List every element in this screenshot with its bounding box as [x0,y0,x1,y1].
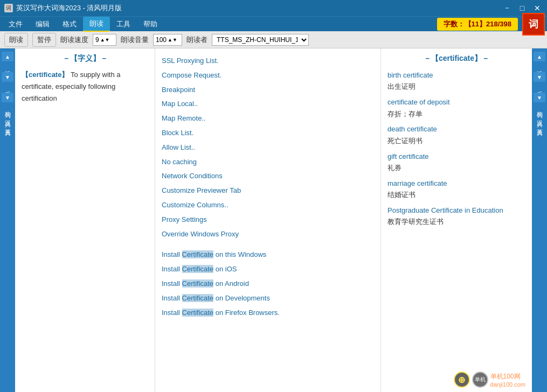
footer-site: 单机100网 [490,372,525,381]
definition-text: 【certificate】 To supply with a certifica… [22,69,148,104]
app-icon: 词 [4,4,13,12]
main-content: ▲ 近义 ▼ 反义 ▼ 构词 汉典 英典 －【字义】－ 【certificate… [0,48,547,392]
right-scroll-up[interactable]: ▲ [534,52,545,61]
certificate-highlight: Certificate [182,294,214,302]
dict-en: birth certificate [387,69,525,81]
dict-entry-birth: birth certificate 出生证明 [387,69,525,93]
install-windows-item[interactable]: Install Certificate on this Windows [162,248,374,262]
certificate-highlight: Certificate [182,265,214,273]
dict-en: certificate of deposit [387,96,525,108]
footer: ⊕ 单机 单机100网 danji100.com [454,372,525,388]
read-button[interactable]: 朗读 [4,33,28,47]
list-item[interactable]: Network Conditions [162,169,374,184]
dict-en: gift certificate [387,150,525,163]
list-item[interactable]: Customize Previewer Tab [162,184,374,198]
install-dev-item[interactable]: Install Certificate on Developments [162,291,374,306]
footer-url: danji100.com [490,381,525,388]
right-sidebar-hd[interactable]: 汉典 [536,112,544,121]
right-sidebar-jy[interactable]: 近义 [536,62,544,71]
dict-en: marriage certificate [387,177,525,190]
footer-icon: ⊕ [454,372,470,388]
left-scroll-down1[interactable]: ▼ [2,72,13,82]
definition-title: －【字义】－ [22,54,148,64]
list-item[interactable]: Breakpoint [162,83,374,97]
title-bar: 词 英汉写作大词海2023 - 清风明月版 － □ ✕ [0,0,547,16]
dict-cn: 结婚证书 [387,190,525,201]
dict-cn: 死亡证明书 [387,136,525,147]
reader-label: 朗读者 [186,35,207,45]
menu-read[interactable]: 朗读 [83,17,110,32]
word-counter: 字数：【11】218/398 [437,18,518,31]
right-scroll-down1[interactable]: ▼ [534,72,545,82]
left-scroll-up[interactable]: ▲ [2,52,13,61]
install-ios-item[interactable]: Install Certificate on iOS [162,262,374,277]
pause-button[interactable]: 暂停 [32,33,56,47]
left-sidebar-hd[interactable]: 汉典 [4,112,12,121]
definition-panel: －【字义】－ 【certificate】 To supply with a ce… [15,48,155,392]
content-area: －【字义】－ 【certificate】 To supply with a ce… [15,48,532,392]
dict-cn: 礼券 [387,163,525,174]
dict-title: －【certificate】－ [387,54,525,64]
left-scroll-down2[interactable]: ▼ [2,93,13,102]
center-panel: SSL Proxying List. Compose Request. Brea… [155,48,381,392]
right-scroll-down2[interactable]: ▼ [534,93,545,102]
certificate-highlight: Certificate [182,309,214,317]
left-sidebar-yd[interactable]: 英典 [4,121,12,129]
dict-en: death certificate [387,123,525,135]
left-sidebar-fy[interactable]: 反义 [4,83,12,92]
list-item[interactable]: Block List. [162,126,374,141]
dict-cn: 教育学研究生证书 [387,216,525,228]
certificate-highlight: Certificate [182,279,214,288]
right-sidebar-fy[interactable]: 反义 [536,83,544,92]
install-firefox-item[interactable]: Install Certificate on Firefox Browsers. [162,306,374,320]
menu-format[interactable]: 格式 [56,17,83,31]
list-item[interactable]: Customize Columns.. [162,198,374,213]
maximize-button[interactable]: □ [517,3,528,13]
dict-cn: 存折；存单 [387,109,525,120]
right-sidebar-gc[interactable]: 构词 [536,103,544,112]
close-button[interactable]: ✕ [532,3,543,13]
dict-entry-marriage: marriage certificate 结婚证书 [387,177,525,201]
list-item[interactable]: Compose Request. [162,68,374,83]
app-title: 英汉写作大词海2023 - 清风明月版 [16,3,122,13]
volume-spinner[interactable]: 100 ▲▼ [153,34,182,46]
minimize-button[interactable]: － [502,3,513,13]
footer-logo: 单机 [472,372,488,388]
window-controls: － □ ✕ [502,3,543,13]
app-logo: 词 [522,13,545,36]
left-sidebar: ▲ 近义 ▼ 反义 ▼ 构词 汉典 英典 [0,48,15,392]
menu-edit[interactable]: 编辑 [29,17,56,31]
right-sidebar: ▲ 近义 ▼ 反义 ▼ 构词 汉典 英典 [532,48,547,392]
definition-keyword: 【certificate】 [22,71,68,79]
speed-label: 朗读速度 [60,35,88,45]
menu-bar: 文件 编辑 格式 朗读 工具 帮助 字数：【11】218/398 词 [0,16,547,31]
left-sidebar-jy[interactable]: 近义 [4,62,12,71]
dict-entry-gift: gift certificate 礼券 [387,150,525,174]
left-sidebar-gc[interactable]: 构词 [4,103,12,112]
dict-entry-postgrad: Postgraduate Certificate in Education 教育… [387,204,525,228]
dict-entry-death: death certificate 死亡证明书 [387,123,525,146]
dict-panel: －【certificate】－ birth certificate 出生证明 c… [381,48,532,392]
list-item[interactable]: Map Local.. [162,97,374,111]
install-android-item[interactable]: Install Certificate on Android [162,277,374,291]
list-item[interactable]: Override Windows Proxy [162,227,374,242]
menu-help[interactable]: 帮助 [137,17,164,31]
right-sidebar-yd[interactable]: 英典 [536,121,544,129]
dict-en: Postgraduate Certificate in Education [387,204,525,216]
toolbar: 朗读 暂停 朗读速度 9 ▲▼ 朗读音量 100 ▲▼ 朗读者 TTS_MS_Z… [0,31,547,48]
dict-entry-deposit: certificate of deposit 存折；存单 [387,96,525,120]
reader-select[interactable]: TTS_MS_ZH-CN_HUIHUI_11.. [212,34,309,46]
title-bar-left: 词 英汉写作大词海2023 - 清风明月版 [4,3,122,13]
speed-spinner[interactable]: 9 ▲▼ [93,34,116,46]
menu-file[interactable]: 文件 [2,17,29,31]
list-item[interactable]: No caching [162,155,374,170]
list-item[interactable]: SSL Proxying List. [162,54,374,68]
list-item[interactable]: Proxy Settings [162,213,374,227]
footer-text: 单机100网 danji100.com [490,372,525,388]
certificate-highlight: Certificate [182,250,214,258]
list-item[interactable]: Allow List.. [162,141,374,155]
volume-label: 朗读音量 [121,35,149,45]
list-item[interactable]: Map Remote.. [162,111,374,126]
menu-tools[interactable]: 工具 [110,17,137,31]
spacer [162,241,374,248]
